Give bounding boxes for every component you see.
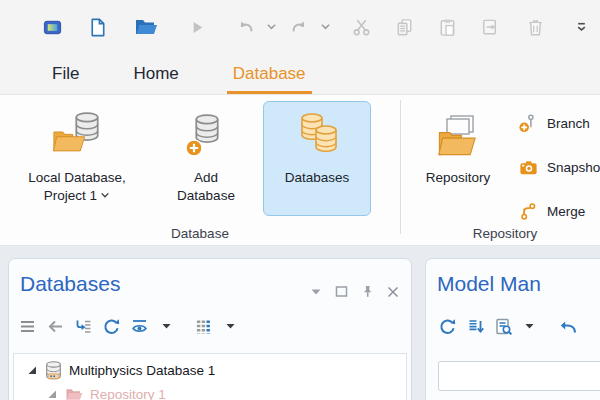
repository-label: Repository xyxy=(426,170,491,185)
add-database-icon xyxy=(183,112,229,160)
redo-icon[interactable] xyxy=(289,17,310,38)
cut-icon[interactable] xyxy=(351,17,372,38)
chevron-down-icon xyxy=(100,192,110,199)
ribbon: Local Database, Project 1 Add Database xyxy=(0,95,600,246)
refresh-icon[interactable] xyxy=(102,317,121,336)
databases-label: Databases xyxy=(285,170,350,185)
group-label-repository: Repository xyxy=(400,226,600,241)
databases-panel-controls xyxy=(310,285,399,298)
tree-item-multiphysics-database[interactable]: Multiphysics Database 1 xyxy=(14,358,406,382)
add-database-button[interactable]: Add Database xyxy=(158,101,254,221)
ribbon-tab-bar: File Home Database xyxy=(0,54,600,95)
merge-button[interactable]: Merge xyxy=(518,193,585,229)
app-logo-icon[interactable] xyxy=(42,17,63,38)
quick-access-toolbar xyxy=(0,0,600,54)
branch-label: Branch xyxy=(547,116,590,131)
undo-dropdown-icon[interactable] xyxy=(266,23,277,31)
delete-icon[interactable] xyxy=(525,17,546,38)
local-database-button[interactable]: Local Database, Project 1 xyxy=(10,101,144,221)
panel-pin-icon[interactable] xyxy=(361,285,374,298)
databases-panel-title: Databases xyxy=(20,272,120,296)
tree-item-label: Multiphysics Database 1 xyxy=(69,363,215,378)
tree-item-repository-1[interactable]: Repository 1 xyxy=(14,382,406,400)
databases-panel-toolbar xyxy=(18,317,239,336)
preview-dropdown-icon[interactable] xyxy=(162,323,171,330)
undo-blue-icon[interactable] xyxy=(558,317,578,336)
refresh-icon[interactable] xyxy=(438,317,457,336)
find-dropdown-icon[interactable] xyxy=(525,323,534,330)
tree-item-label: Repository 1 xyxy=(90,387,166,400)
repository-folder-icon xyxy=(435,112,481,160)
ribbon-group-database: Local Database, Project 1 Add Database xyxy=(0,95,400,246)
paste-icon[interactable] xyxy=(437,17,458,38)
preview-eye-icon[interactable] xyxy=(130,317,149,336)
tab-file[interactable]: File xyxy=(48,54,83,94)
tab-database[interactable]: Database xyxy=(229,54,310,94)
panel-close-icon[interactable] xyxy=(387,286,399,298)
open-folder-icon[interactable] xyxy=(134,17,158,37)
model-manager-panel-title: Model Man xyxy=(437,272,541,296)
model-manager-panel: Model Man xyxy=(425,258,600,400)
new-file-icon[interactable] xyxy=(87,17,108,38)
repository-red-folder-icon xyxy=(65,387,83,400)
back-arrow-icon[interactable] xyxy=(46,317,65,336)
panel-float-icon[interactable] xyxy=(335,285,348,298)
columns-icon[interactable] xyxy=(194,317,213,336)
database-node-icon xyxy=(45,361,62,380)
go-to-node-icon[interactable] xyxy=(74,317,93,336)
duplicate-icon[interactable] xyxy=(480,17,501,38)
model-manager-search-input[interactable] xyxy=(438,361,600,391)
databases-icon xyxy=(293,112,341,160)
show-list-icon[interactable] xyxy=(18,317,37,336)
sort-icon[interactable] xyxy=(466,317,485,336)
databases-tree: Multiphysics Database 1 Repository 1 xyxy=(13,353,407,400)
panel-dropdown-icon[interactable] xyxy=(310,287,322,296)
expand-triangle-icon[interactable] xyxy=(28,366,37,375)
model-manager-toolbar xyxy=(438,317,578,336)
group-label-database: Database xyxy=(0,226,400,241)
folder-database-icon xyxy=(52,112,102,160)
expand-triangle-icon[interactable] xyxy=(48,390,57,399)
branch-icon xyxy=(518,113,539,134)
customize-toolbar-icon[interactable] xyxy=(572,18,591,37)
snapshot-label: Snapshot xyxy=(547,160,600,175)
copy-icon[interactable] xyxy=(394,17,415,38)
find-preview-icon[interactable] xyxy=(494,317,513,336)
databases-panel: Databases xyxy=(8,258,412,400)
branch-button[interactable]: Branch xyxy=(518,105,590,141)
play-icon[interactable] xyxy=(188,18,207,37)
snapshot-icon xyxy=(518,157,539,178)
tab-home[interactable]: Home xyxy=(129,54,182,94)
redo-dropdown-icon[interactable] xyxy=(320,23,331,31)
databases-button[interactable]: Databases xyxy=(263,101,371,216)
undo-icon[interactable] xyxy=(235,17,256,38)
snapshot-button[interactable]: Snapshot xyxy=(518,149,600,185)
merge-label: Merge xyxy=(547,204,585,219)
repository-button[interactable]: Repository xyxy=(408,101,508,221)
ribbon-group-repository: Repository Branch xyxy=(400,95,600,246)
merge-icon xyxy=(518,201,539,222)
local-database-label: Local Database, Project 1 xyxy=(28,169,126,205)
add-database-label: Add Database xyxy=(177,169,235,205)
columns-dropdown-icon[interactable] xyxy=(226,323,235,330)
workspace: Databases xyxy=(0,246,600,400)
